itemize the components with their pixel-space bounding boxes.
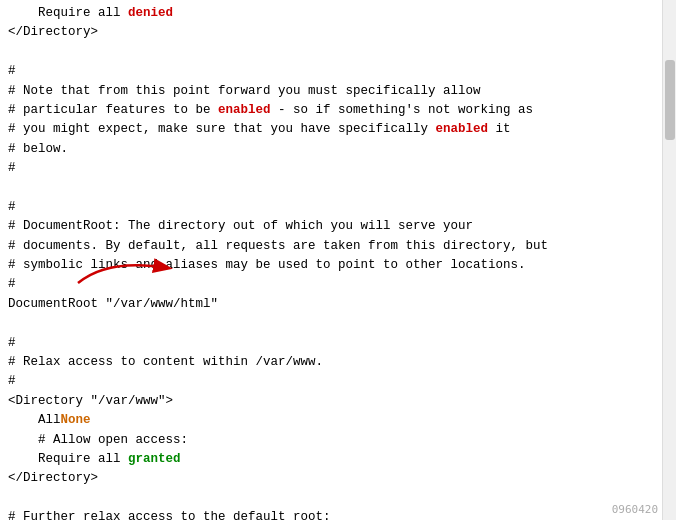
code-line: Require all granted [8,450,676,469]
code-line: Require all denied [8,4,676,23]
code-line: # Relax access to content within /var/ww… [8,353,676,372]
code-line: # [8,62,676,81]
scrollbar[interactable] [662,0,676,520]
code-line: # symbolic links and aliases may be used… [8,256,676,275]
code-line: DocumentRoot "/var/www/html" [8,295,676,314]
code-line: # you might expect, make sure that you h… [8,120,676,139]
code-line: # [8,275,676,294]
watermark: 0960420 [612,501,658,518]
code-line: # Note that from this point forward you … [8,82,676,101]
code-line: # [8,334,676,353]
code-line: # below. [8,140,676,159]
code-line: AllNone [8,411,676,430]
code-line: # particular features to be enabled - so… [8,101,676,120]
code-line: # [8,372,676,391]
code-line: # [8,159,676,178]
code-line [8,489,676,508]
code-line: # DocumentRoot: The directory out of whi… [8,217,676,236]
code-area[interactable]: Require all denied</Directory>## Note th… [0,0,676,520]
code-line [8,314,676,333]
editor-container: Require all denied</Directory>## Note th… [0,0,676,520]
code-line: # Allow open access: [8,431,676,450]
code-line: # documents. By default, all requests ar… [8,237,676,256]
code-line: <Directory "/var/www"> [8,392,676,411]
code-line: # Further relax access to the default ro… [8,508,676,520]
scrollbar-thumb[interactable] [665,60,675,140]
code-line [8,43,676,62]
code-line [8,179,676,198]
code-line: # [8,198,676,217]
code-line: </Directory> [8,469,676,488]
code-line: </Directory> [8,23,676,42]
